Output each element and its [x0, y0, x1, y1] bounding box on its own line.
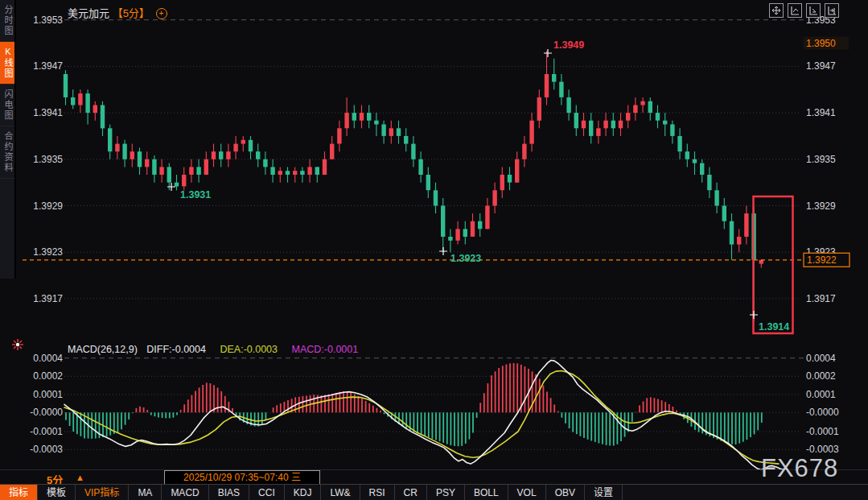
- candle-body: [626, 113, 630, 121]
- highlight-box: [754, 196, 793, 333]
- price-annotation: 1.3949: [553, 39, 584, 51]
- axis-left-chart-icon[interactable]: [788, 3, 802, 18]
- axis-label: 0.0001: [806, 389, 836, 400]
- price-annotation: 1.3923: [450, 253, 481, 264]
- candle-body: [537, 97, 541, 121]
- toolbar-item-模板[interactable]: 模板: [38, 485, 76, 500]
- candle-body: [249, 140, 253, 151]
- candle-body: [293, 171, 297, 175]
- toolbar-item-OBV[interactable]: OBV: [546, 485, 585, 500]
- candle-body: [574, 113, 578, 128]
- candle-body: [374, 121, 378, 125]
- candle-body: [759, 260, 763, 264]
- candle-body: [611, 121, 615, 129]
- toolbar-item-LW&[interactable]: LW&: [321, 485, 360, 500]
- price-annotation: 1.3914: [759, 321, 789, 333]
- candle-body: [196, 167, 200, 175]
- candle-body: [471, 221, 475, 237]
- price-cross-marker: [750, 311, 758, 319]
- app-window: 分时图K线图闪电图合约资料 美元加元 【5分】 + 1.39491.39311.…: [0, 0, 868, 500]
- axis-label: 1.3953: [33, 14, 63, 26]
- axis-label: -0.0001: [806, 426, 839, 437]
- candle-body: [508, 175, 512, 183]
- candle-body: [360, 113, 364, 121]
- candle-body: [352, 113, 356, 121]
- axis-label: 0.0004: [806, 353, 836, 364]
- candle-body: [730, 221, 734, 245]
- candle-body: [381, 125, 385, 136]
- toolbar-item-CR[interactable]: CR: [395, 485, 427, 500]
- axis-label: 1.3922: [807, 254, 837, 266]
- toolbar-item-VIP指标[interactable]: VIP指标: [76, 485, 129, 500]
- candle-body: [663, 121, 667, 125]
- candle-body: [648, 101, 652, 113]
- axis-bottom-chart-icon[interactable]: [806, 3, 821, 18]
- axis-right-chart-icon[interactable]: [825, 3, 839, 18]
- pan-icon[interactable]: [769, 3, 784, 18]
- candle-body: [455, 229, 459, 240]
- candle-body: [633, 105, 637, 114]
- candle-body: [744, 213, 748, 237]
- candle-body: [737, 237, 741, 245]
- candle-body: [256, 151, 260, 159]
- candle-body: [167, 167, 171, 182]
- macd-diff-value: DIFF:-0.0004: [146, 344, 206, 355]
- toolbar-item-BIAS[interactable]: BIAS: [209, 485, 249, 500]
- candle-body: [619, 121, 623, 129]
- candle-body: [670, 125, 674, 136]
- candle-body: [108, 128, 112, 151]
- toolbar-item-指标[interactable]: 指标: [0, 485, 38, 500]
- candle-body: [463, 229, 467, 237]
- candle-body: [441, 206, 445, 238]
- candle-body: [241, 140, 245, 144]
- candle-body: [515, 159, 519, 183]
- chart-canvas[interactable]: 1.39491.39311.39231.39141.39531.39531.39…: [0, 0, 868, 500]
- toolbar-item-KDJ[interactable]: KDJ: [285, 485, 322, 500]
- price-cross-marker: [167, 183, 175, 191]
- axis-label: 1.3917: [33, 293, 63, 304]
- candle-body: [315, 167, 319, 175]
- toolbar-item-RSI[interactable]: RSI: [360, 485, 395, 500]
- price-cross-marker: [439, 247, 447, 255]
- candle-body: [367, 113, 371, 121]
- up-triangle-icon[interactable]: ▲: [76, 473, 84, 482]
- macd-dea-value: DEA:-0.0003: [220, 344, 278, 355]
- macd-indicator-header: MACD(26,12,9) DIFF:-0.0004 DEA:-0.0003 M…: [68, 344, 358, 355]
- axis-label: 1.3929: [806, 200, 836, 212]
- candle-body: [707, 175, 711, 190]
- candle-body: [693, 159, 697, 163]
- toolbar-item-CCI[interactable]: CCI: [249, 485, 285, 500]
- axis-label: 1.3923: [33, 246, 63, 258]
- axis-label: 1.3917: [806, 293, 836, 304]
- axis-label: 1.3950: [806, 38, 836, 49]
- toolbar-item-设置[interactable]: 设置: [585, 485, 623, 500]
- candle-body: [175, 183, 179, 187]
- candle-body: [700, 163, 704, 175]
- candle-body: [64, 74, 68, 97]
- candle-body: [138, 151, 142, 167]
- candle-body: [93, 105, 97, 114]
- candle-body: [566, 97, 570, 113]
- candle-body: [219, 151, 223, 159]
- toolbar-item-PSY[interactable]: PSY: [427, 485, 465, 500]
- toolbar-item-MACD[interactable]: MACD: [162, 485, 208, 500]
- axis-label: -0.0003: [30, 444, 63, 455]
- candle-body: [71, 97, 75, 105]
- toolbar-item-VOL[interactable]: VOL: [508, 485, 546, 500]
- candle-body: [545, 74, 549, 97]
- candle-body: [552, 74, 556, 82]
- axis-label: 0.0002: [806, 370, 836, 382]
- candle-body: [233, 144, 237, 152]
- add-indicator-icon[interactable]: +: [156, 8, 167, 19]
- candle-body: [529, 121, 533, 144]
- toolbar-item-MA[interactable]: MA: [129, 485, 162, 500]
- candle-body: [226, 151, 230, 159]
- candle-body: [603, 121, 607, 129]
- axis-label: -0.0000: [806, 407, 839, 418]
- candle-body: [278, 171, 282, 175]
- indicator-settings-icon[interactable]: [11, 338, 24, 354]
- axis-label: -0.0001: [30, 426, 63, 437]
- toolbar-item-BOLL[interactable]: BOLL: [465, 485, 508, 500]
- status-date-range: 2025/10/29 07:35~07:40 三: [164, 470, 320, 485]
- candle-body: [500, 175, 504, 190]
